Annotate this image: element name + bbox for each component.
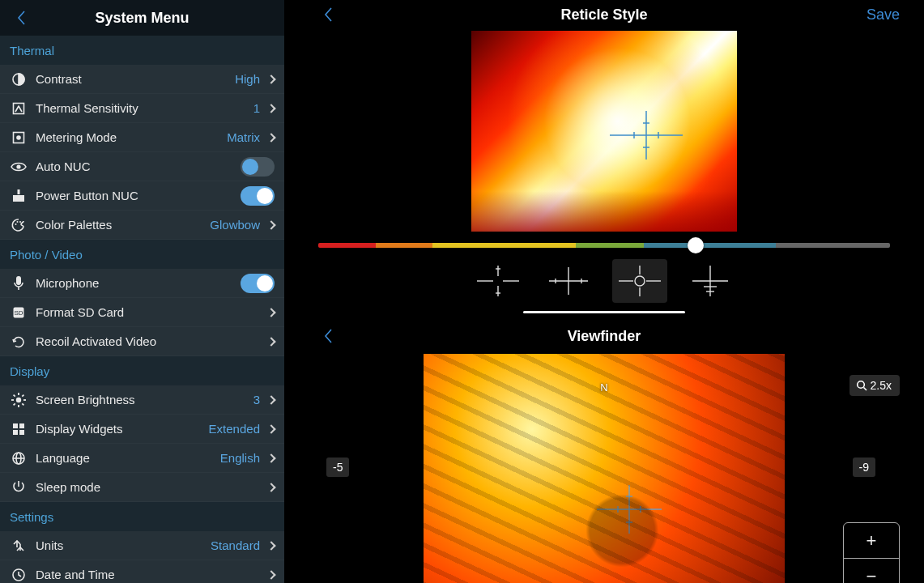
svg-rect-10: [16, 276, 21, 285]
eye-icon: [10, 158, 28, 176]
reticle-preview-image: [471, 31, 737, 232]
save-button[interactable]: Save: [867, 6, 900, 23]
menu-row-metering-mode[interactable]: Metering ModeMatrix: [0, 123, 284, 152]
zoom-button-group: + −: [843, 522, 900, 583]
menu-row-label: Units: [36, 538, 211, 552]
menu-row-value: Extended: [209, 422, 260, 436]
chevron-right-icon: [266, 74, 275, 83]
windage-offset-badge: -5: [326, 457, 349, 477]
slider-handle[interactable]: [688, 237, 704, 253]
sidebar-back-button[interactable]: [10, 6, 32, 29]
reticle-color-slider[interactable]: [318, 243, 890, 248]
menu-row-contrast[interactable]: ContrastHigh: [0, 65, 284, 94]
svg-rect-25: [13, 430, 18, 435]
sidebar-header: System Menu: [0, 0, 284, 36]
chevron-right-icon: [266, 104, 275, 113]
svg-point-4: [16, 164, 20, 168]
svg-rect-26: [19, 430, 24, 435]
menu-row-value: Matrix: [227, 130, 260, 144]
menu-row-label: Color Palettes: [36, 218, 210, 232]
menu-row-label: Sleep mode: [36, 480, 265, 494]
menu-row-label: Microphone: [36, 276, 241, 290]
section-header: Settings: [0, 502, 284, 531]
menu-row-value: Glowbow: [210, 218, 260, 232]
clock-icon: [10, 566, 28, 584]
brightness-icon: [10, 391, 28, 409]
menu-row-value: 1: [253, 101, 260, 115]
menu-row-thermal-sensitivity[interactable]: Thermal Sensitivity1: [0, 94, 284, 123]
chevron-right-icon: [266, 308, 275, 317]
menu-row-auto-nuc[interactable]: Auto NUC: [0, 152, 284, 181]
menu-row-label: Auto NUC: [36, 160, 241, 173]
svg-point-8: [17, 221, 19, 223]
menu-row-microphone[interactable]: Microphone: [0, 269, 284, 298]
zoom-level-badge[interactable]: 2.5x: [849, 375, 900, 396]
menu-row-label: Contrast: [36, 72, 235, 86]
elevation-offset-badge: -9: [853, 457, 875, 477]
system-menu-sidebar: System Menu ThermalContrastHighThermal S…: [0, 0, 284, 583]
menu-row-value: English: [220, 451, 260, 465]
menu-row-date-and-time[interactable]: Date and Time: [0, 560, 284, 583]
section-header: Photo / Video: [0, 240, 284, 269]
menu-row-sleep-mode[interactable]: Sleep mode: [0, 473, 284, 502]
chevron-right-icon: [266, 570, 275, 579]
menu-row-value: High: [235, 72, 260, 86]
svg-line-66: [863, 388, 867, 391]
svg-point-3: [16, 135, 21, 140]
reticle-option-1[interactable]: [542, 259, 597, 303]
toggle-switch[interactable]: [241, 157, 275, 177]
menu-row-power-button-nuc[interactable]: Power Button NUC: [0, 181, 284, 211]
reticle-option-2[interactable]: [612, 259, 667, 303]
menu-row-label: Power Button NUC: [36, 189, 241, 202]
viewfinder-pane: Viewfinder N 2.5x -5 -9 + −: [284, 321, 924, 583]
zoom-level-value: 2.5x: [871, 379, 892, 392]
viewfinder-back-button[interactable]: [317, 325, 339, 347]
section-header: Thermal: [0, 36, 284, 65]
reticle-scroll-indicator: [523, 311, 685, 313]
svg-line-19: [14, 394, 15, 396]
units-icon: [10, 537, 28, 555]
power-nuc-icon: [10, 187, 28, 205]
menu-row-label: Metering Mode: [36, 130, 227, 144]
chevron-right-icon: [266, 483, 275, 492]
zoom-out-button[interactable]: −: [844, 559, 899, 583]
svg-rect-1: [14, 103, 24, 113]
menu-row-label: Language: [36, 451, 220, 465]
reticle-option-row: [471, 254, 738, 311]
menu-row-label: Recoil Activated Video: [36, 334, 265, 348]
menu-row-label: Date and Time: [36, 568, 265, 581]
toggle-switch[interactable]: [241, 186, 275, 206]
compass-north-label: N: [600, 381, 607, 394]
menu-row-screen-brightness[interactable]: Screen Brightness3: [0, 385, 284, 415]
menu-row-display-widgets[interactable]: Display WidgetsExtended: [0, 415, 284, 444]
zoom-in-button[interactable]: +: [844, 523, 899, 559]
svg-rect-24: [19, 423, 24, 428]
menu-row-label: Thermal Sensitivity: [36, 101, 253, 115]
menu-row-label: Screen Brightness: [36, 393, 253, 406]
menu-row-format-sd-card[interactable]: SDFormat SD Card: [0, 298, 284, 327]
recoil-icon: [10, 333, 28, 351]
reticle-option-3[interactable]: [683, 259, 739, 303]
svg-line-20: [22, 403, 23, 405]
chevron-right-icon: [266, 220, 275, 229]
menu-row-color-palettes[interactable]: Color PalettesGlowbow: [0, 211, 284, 240]
contrast-icon: [10, 70, 28, 88]
svg-rect-6: [13, 195, 24, 202]
widgets-icon: [10, 420, 28, 438]
menu-row-units[interactable]: UnitsStandard: [0, 531, 284, 560]
svg-point-9: [19, 221, 21, 223]
sensitivity-icon: [10, 100, 28, 117]
menu-row-value: Standard: [211, 538, 260, 552]
svg-point-50: [635, 276, 645, 286]
sd-card-icon: SD: [10, 304, 28, 321]
svg-point-14: [16, 397, 21, 402]
toggle-switch[interactable]: [241, 274, 275, 293]
menu-row-recoil-activated-video[interactable]: Recoil Activated Video: [0, 327, 284, 356]
chevron-right-icon: [266, 337, 275, 346]
menu-row-language[interactable]: LanguageEnglish: [0, 444, 284, 473]
reticle-option-0[interactable]: [471, 259, 526, 303]
svg-line-21: [14, 403, 15, 405]
reticle-back-button[interactable]: [317, 3, 339, 26]
svg-point-65: [857, 381, 864, 389]
reticle-title: Reticle Style: [560, 6, 647, 23]
